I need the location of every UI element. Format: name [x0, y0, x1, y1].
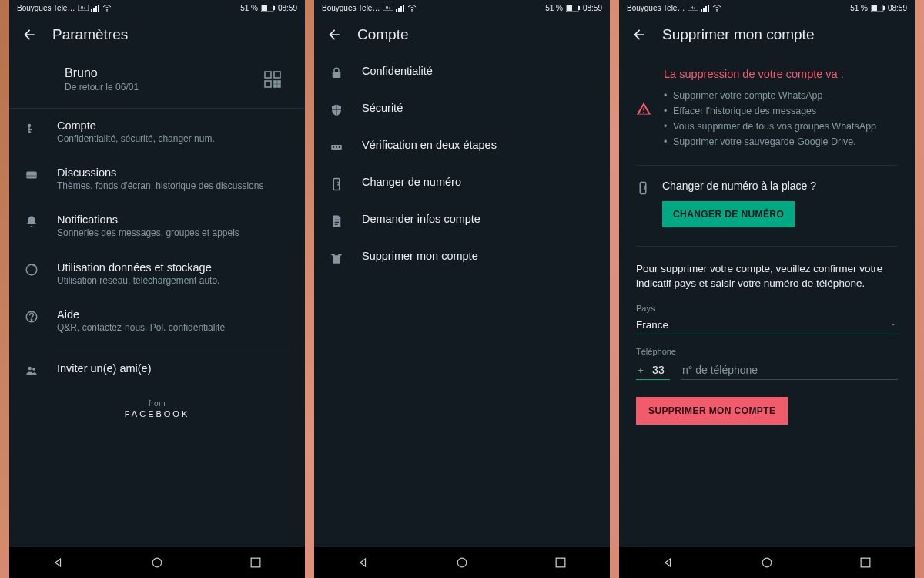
divider — [636, 165, 898, 166]
svg-rect-47 — [335, 222, 339, 223]
svg-rect-60 — [883, 6, 885, 10]
profile-row[interactable]: Bruno De retour le 06/01 — [9, 54, 305, 109]
nav-back-icon[interactable] — [661, 555, 676, 570]
svg-rect-21 — [26, 172, 37, 179]
carrier-label: Bouygues Tele… — [17, 4, 75, 12]
chevron-down-icon — [889, 320, 898, 329]
facebook-label: FACEBOOK — [9, 409, 305, 418]
change-number-block: Changer de numéro à la place ? CHANGER D… — [619, 172, 915, 240]
delete-account-screen: Bouygues Tele… H+ 51 % 08:59 Supprimer m… — [619, 0, 915, 578]
nav-home-icon[interactable] — [149, 555, 165, 570]
svg-point-62 — [762, 558, 772, 567]
nav-recent-icon[interactable] — [858, 555, 873, 570]
svg-rect-29 — [251, 558, 260, 567]
phone-row: + 33 n° de téléphone — [636, 361, 898, 380]
nav-home-icon[interactable] — [759, 555, 775, 570]
document-icon — [330, 214, 343, 228]
back-icon[interactable] — [631, 27, 647, 42]
svg-point-27 — [32, 368, 35, 371]
header: Compte — [314, 15, 610, 54]
page-title: Compte — [357, 26, 409, 43]
nav-recent-icon[interactable] — [553, 555, 568, 570]
carrier-label: Bouygues Tele… — [627, 4, 685, 12]
shield-icon — [330, 103, 343, 117]
page-title: Supprimer mon compte — [662, 26, 814, 43]
phone-input[interactable]: n° de téléphone — [681, 361, 898, 380]
wifi-icon — [712, 5, 721, 12]
svg-point-49 — [457, 558, 467, 567]
country-label: Pays — [636, 304, 898, 313]
dial-code-input[interactable]: + 33 — [636, 361, 670, 380]
signal-icon — [701, 5, 710, 12]
item-account[interactable]: Compte Confidentialité, sécurité, change… — [9, 109, 305, 156]
carrier-label: Bouygues Tele… — [322, 4, 380, 12]
svg-rect-40 — [333, 72, 341, 79]
svg-rect-13 — [274, 81, 276, 83]
svg-rect-53 — [701, 9, 702, 12]
lock-icon — [330, 66, 343, 80]
item-title: Aide — [57, 308, 291, 321]
battery-icon — [261, 5, 275, 12]
phone-swap-icon — [330, 177, 343, 191]
back-icon[interactable] — [22, 27, 37, 42]
delete-account-button[interactable]: SUPPRIMER MON COMPTE — [636, 397, 788, 425]
nav-home-icon[interactable] — [454, 555, 470, 570]
item-sub: Confidentialité, sécurité, changer num. — [57, 133, 291, 145]
nav-recent-icon[interactable] — [248, 555, 263, 570]
svg-text:H+: H+ — [386, 5, 391, 10]
svg-rect-14 — [278, 81, 280, 83]
svg-rect-50 — [556, 558, 565, 567]
signal-icon — [91, 5, 100, 12]
header: Paramètres — [9, 15, 305, 54]
svg-point-42 — [333, 146, 334, 148]
item-notifications[interactable]: Notifications Sonneries des messages, gr… — [9, 203, 305, 250]
item-invite[interactable]: Inviter un(e) ami(e) — [9, 351, 305, 388]
item-title: Compte — [57, 119, 291, 132]
country-select[interactable]: France — [636, 314, 898, 334]
item-security[interactable]: Sécurité — [314, 91, 610, 128]
status-bar: Bouygues Tele… H+ 51 % 08:59 — [9, 0, 305, 15]
nav-back-icon[interactable] — [356, 555, 371, 570]
svg-rect-34 — [400, 6, 402, 12]
nav-bar — [619, 547, 915, 578]
pin-icon — [330, 140, 343, 154]
page-title: Paramètres — [52, 26, 128, 43]
svg-rect-2 — [91, 9, 92, 12]
data-icon: H+ — [688, 5, 698, 11]
change-number-button[interactable]: CHANGER DE NUMÉRO — [662, 201, 795, 227]
nav-back-icon[interactable] — [51, 555, 66, 570]
item-chats[interactable]: Discussions Thèmes, fonds d'écran, histo… — [9, 156, 305, 203]
item-delete-account[interactable]: Supprimer mon compte — [314, 239, 610, 276]
item-title: Demander infos compte — [362, 213, 596, 225]
svg-point-57 — [717, 10, 718, 12]
back-icon[interactable] — [326, 27, 342, 42]
status-bar: Bouygues Tele… H+ 51 % 08:59 — [314, 0, 610, 15]
svg-rect-11 — [274, 72, 280, 78]
header: Supprimer mon compte — [619, 15, 915, 54]
qr-icon[interactable] — [263, 70, 282, 89]
bullet: Supprimer votre compte WhatsApp — [664, 88, 876, 103]
item-two-step[interactable]: Vérification en deux étapes — [314, 128, 610, 165]
item-privacy[interactable]: Confidentialité — [314, 54, 610, 91]
svg-point-43 — [336, 146, 337, 148]
item-sub: Sonneries des messages, groupes et appel… — [57, 227, 291, 239]
svg-rect-4 — [95, 6, 97, 12]
svg-rect-46 — [335, 220, 339, 220]
profile-status: De retour le 06/01 — [65, 82, 263, 92]
item-data-storage[interactable]: Utilisation données et stockage Utilisat… — [9, 250, 305, 297]
svg-rect-10 — [265, 72, 271, 78]
battery-icon — [566, 5, 580, 12]
item-help[interactable]: Aide Q&R, contactez-nous, Pol. confident… — [9, 297, 305, 344]
status-bar: Bouygues Tele… H+ 51 % 08:59 — [619, 0, 915, 15]
svg-point-25 — [31, 319, 32, 321]
item-title: Vérification en deux étapes — [362, 139, 596, 151]
item-title: Changer de numéro — [362, 176, 596, 188]
country-value: France — [636, 319, 668, 331]
item-title: Confidentialité — [362, 65, 596, 77]
svg-rect-54 — [703, 8, 705, 12]
item-request-info[interactable]: Demander infos compte — [314, 202, 610, 239]
time-label: 08:59 — [888, 4, 907, 12]
from-label: from — [9, 399, 305, 408]
svg-text:H+: H+ — [691, 5, 696, 10]
item-change-number[interactable]: Changer de numéro — [314, 165, 610, 202]
